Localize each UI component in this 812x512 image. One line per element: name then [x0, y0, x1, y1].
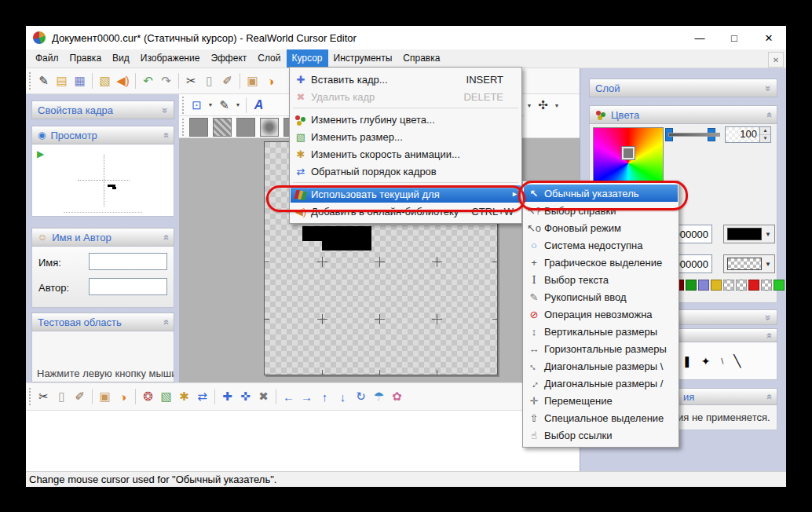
resize-icon[interactable]: ▧ — [157, 388, 175, 406]
menu-cursor[interactable]: Курсор — [287, 49, 328, 68]
toolbar-grip[interactable] — [182, 119, 184, 136]
text-tool-icon[interactable]: A — [250, 96, 268, 114]
value-input[interactable]: 100 — [726, 127, 759, 142]
duplicate-icon[interactable]: ▣ — [243, 72, 262, 90]
submenu-item-background-mode[interactable]: ↖o Фоновый режим — [524, 219, 678, 236]
chevron-expand-icon[interactable]: » — [763, 85, 774, 90]
undo-icon[interactable]: ↶ — [139, 72, 157, 90]
paste-icon[interactable]: ✐ — [218, 72, 236, 90]
reverse-frames-icon[interactable]: ⇄ — [193, 388, 211, 406]
brush-solid-1[interactable] — [189, 118, 208, 137]
tool-dropdown[interactable]: ▼ — [525, 97, 534, 115]
hotspot-tool-icon[interactable]: ✣ — [534, 97, 552, 115]
duplicate-frame-icon[interactable]: ✜ — [236, 388, 254, 406]
submenu-item-diagonal-resize-2[interactable]: ↔ Диагональные размеры / — [524, 375, 678, 392]
toolbar-grip[interactable] — [29, 388, 31, 405]
brush-shape-tick[interactable]: ∖ — [719, 357, 724, 365]
chevron-collapse-icon[interactable]: » — [763, 393, 774, 399]
color-picker-selector[interactable] — [622, 147, 635, 159]
save-icon[interactable]: ▦ — [71, 72, 89, 90]
copy-icon[interactable]: ▯ — [200, 72, 218, 90]
transparency-icon[interactable]: ◑ — [114, 388, 132, 406]
swatch-bright-green[interactable] — [774, 280, 785, 291]
redo-icon[interactable]: ↷ — [157, 72, 175, 90]
submenu-item-text-select[interactable]: I Выбор текста — [524, 271, 678, 288]
chevron-collapse-icon[interactable]: » — [159, 319, 171, 324]
test-area[interactable]: Нажмите левую кнопку мыши и — [31, 331, 174, 382]
pencil-tool-dropdown[interactable]: ▼ — [233, 96, 243, 114]
title-bar[interactable]: Документ0000.cur* (Статичный курсор) - R… — [26, 26, 786, 49]
open-file-icon[interactable]: ▤ — [53, 72, 71, 90]
cut-icon[interactable]: ✂ — [182, 72, 200, 90]
test-cursor-icon[interactable]: ☂ — [370, 388, 388, 406]
menu-edit[interactable]: Правка — [64, 49, 108, 68]
menu-view[interactable]: Вид — [107, 49, 135, 68]
menu-item-insert-frame[interactable]: ✚ Вставить кадр... INSERT — [291, 71, 521, 88]
submenu-item-move[interactable]: ✛ Перемещение — [524, 392, 678, 409]
menu-item-anim-speed[interactable]: ✱ Изменить скорость анимации... — [291, 145, 521, 163]
chevron-collapse-icon[interactable]: » — [763, 112, 774, 117]
shift-up-icon[interactable]: ↑ — [316, 388, 334, 406]
menu-image[interactable]: Изображение — [135, 49, 206, 68]
slider-track[interactable] — [668, 133, 720, 137]
panel-header-layer[interactable]: Слой » — [589, 79, 777, 97]
author-input[interactable] — [89, 278, 167, 295]
color-depth-icon[interactable]: ❂ — [139, 388, 157, 406]
submenu-item-horizontal-resize[interactable]: ↔ Горизонтальные размеры — [524, 340, 678, 357]
menu-item-reverse-frames[interactable]: ⇄ Обратный порядок кадров — [291, 163, 521, 180]
transparency-icon[interactable]: ◑ — [262, 72, 280, 90]
palette-icon[interactable]: ✿ — [388, 388, 406, 406]
spinner-down-icon[interactable]: ▼ — [760, 135, 770, 142]
brush-solid-2[interactable] — [236, 118, 255, 137]
hotspot-tool-dropdown[interactable]: ▼ — [552, 97, 561, 115]
swatch-violet[interactable] — [698, 280, 709, 291]
swatch-green[interactable] — [686, 280, 697, 291]
cut-icon[interactable]: ✂ — [35, 388, 53, 406]
brush-shape-bar[interactable]: ❚ — [682, 355, 692, 368]
menu-item-color-depth[interactable]: Изменить глубину цвета... — [291, 111, 521, 128]
submenu-item-vertical-resize[interactable]: ↕ Вертикальные размеры — [524, 323, 678, 340]
shift-left-icon[interactable]: ← — [280, 388, 298, 406]
swatch-transparent-3[interactable] — [761, 280, 772, 291]
submenu-item-handwriting[interactable]: ✎ Рукописный ввод — [524, 288, 678, 305]
export-image-icon[interactable]: ▧ — [96, 72, 114, 90]
submenu-item-alternate-select[interactable]: ⇧ Специальное выделение — [524, 409, 678, 426]
swatch-transparent-1[interactable] — [723, 280, 734, 291]
brush-striped[interactable] — [213, 118, 232, 137]
panel-header-name-author[interactable]: ☺ Имя и Автор » — [31, 228, 174, 247]
delete-frame-icon[interactable]: ✖ — [254, 388, 272, 406]
chevron-collapse-icon[interactable]: » — [763, 332, 774, 338]
spinner[interactable]: ▲ ▼ — [759, 127, 770, 142]
submenu-item-unavailable[interactable]: ⊘ Операция невозможна — [524, 305, 678, 323]
play-icon[interactable]: ▶ — [37, 148, 44, 159]
select-tool-icon[interactable]: ⊡ — [188, 96, 206, 114]
submenu-item-precision-select[interactable]: + Графическое выделение — [524, 254, 678, 271]
maximize-button[interactable]: □ — [717, 26, 752, 49]
animation-speed-icon[interactable]: ✱ — [175, 388, 193, 406]
menu-tools[interactable]: Инструменты — [328, 49, 398, 68]
chevron-collapse-icon[interactable]: » — [159, 132, 171, 137]
toolbar-grip[interactable] — [29, 72, 31, 90]
brush-shape-diamond[interactable]: ✦ — [701, 355, 711, 368]
pencil-tool-icon[interactable]: ✎ — [215, 96, 233, 114]
swatch-red[interactable] — [748, 280, 759, 291]
primary-color-dropdown[interactable]: ▼ — [723, 225, 775, 243]
menu-help[interactable]: Справка — [397, 49, 445, 68]
spinner-up-icon[interactable]: ▲ — [760, 127, 770, 135]
submenu-item-diagonal-resize-1[interactable]: ↔ Диагональные размеры \ — [524, 357, 678, 375]
chevron-expand-icon[interactable]: » — [159, 107, 171, 112]
duplicate-icon[interactable]: ▣ — [96, 388, 114, 406]
panel-header-frame-properties[interactable]: Свойства кадра » — [31, 101, 174, 119]
swatch-gold[interactable] — [711, 280, 722, 291]
rotate-icon[interactable]: ↻ — [352, 388, 370, 406]
menu-item-delete-frame[interactable]: ✖ Удалить кадр DELETE — [291, 88, 521, 105]
publish-online-icon[interactable]: ◀) — [114, 72, 132, 90]
select-tool-dropdown[interactable]: ▼ — [206, 96, 215, 114]
name-input[interactable] — [89, 253, 167, 270]
secondary-color-dropdown[interactable]: ▼ — [723, 254, 775, 273]
brush-soft[interactable] — [260, 118, 279, 137]
document-close-icon[interactable]: ✕ — [768, 52, 784, 68]
chevron-collapse-icon[interactable]: » — [159, 234, 171, 240]
menu-layer[interactable]: Слой — [252, 49, 286, 68]
minimize-button[interactable]: — — [682, 26, 717, 49]
